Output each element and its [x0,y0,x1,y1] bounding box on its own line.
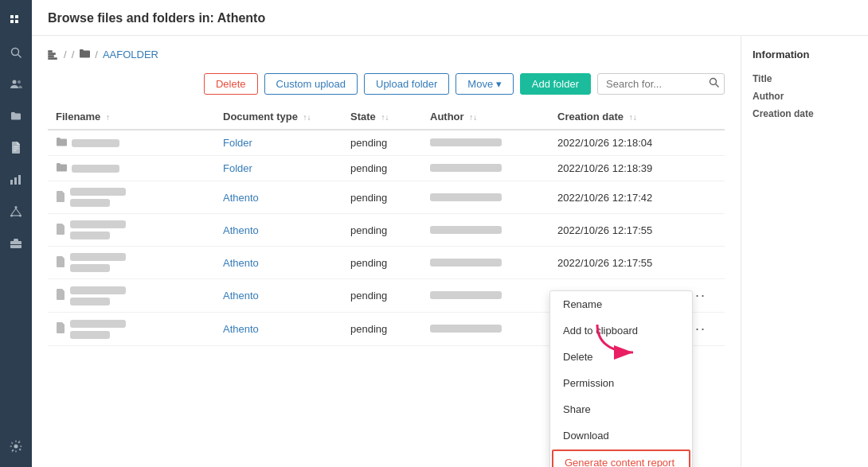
context-menu-item-download[interactable]: Download [550,422,692,449]
svg-point-14 [15,206,18,208]
sidebar-icon-settings[interactable] [2,432,30,461]
col-doctype[interactable]: Document type ↑↓ [215,104,342,130]
author-cell [422,214,549,247]
state-cell: pending [342,130,422,156]
folder-icon [56,162,67,174]
sidebar-icon-doc[interactable] [2,134,30,162]
filename-cell [48,279,215,313]
actions-cell [677,130,725,156]
doctype-cell[interactable]: Athento [215,181,342,214]
breadcrumb-root[interactable]: / [64,49,67,60]
svg-line-28 [716,84,719,88]
context-menu-item-rename[interactable]: Rename [550,291,692,317]
col-author[interactable]: Author ↑↓ [422,104,549,130]
list-icon [48,49,59,60]
col-actions [677,104,725,130]
actions-cell [677,181,725,214]
info-field-created: Creation date [753,108,857,119]
author-placeholder [430,259,502,267]
author-placeholder [430,325,502,333]
context-menu-item-generate_report[interactable]: Generate content report [552,449,690,467]
svg-rect-3 [15,20,18,23]
created-cell: 2022/10/26 12:17:55 [549,214,677,247]
info-label-author: Author [753,91,857,102]
doctype-link[interactable]: Athento [223,323,259,335]
breadcrumb-current[interactable]: AAFOLDER [103,49,158,60]
svg-point-6 [13,80,17,84]
sidebar-icon-briefcase[interactable] [2,229,30,258]
upload-folder-button[interactable]: Upload folder [364,73,449,95]
actions-cell [677,247,725,279]
svg-rect-2 [10,20,14,23]
sidebar-icon-folder[interactable] [2,102,30,130]
filename-placeholder [70,199,110,207]
col-state[interactable]: State ↑↓ [342,104,422,130]
search-input[interactable] [597,73,725,95]
doctype-cell[interactable]: Folder [215,156,342,181]
info-label-created: Creation date [753,108,857,119]
svg-line-5 [18,54,21,57]
col-created[interactable]: Creation date ↑↓ [549,104,677,130]
created-cell: 2022/10/26 12:18:04 [549,130,677,156]
created-cell: 2022/10/26 12:17:42 [549,181,677,214]
doctype-link[interactable]: Folder [223,162,252,174]
custom-upload-button[interactable]: Custom upload [264,73,358,95]
context-menu: RenameAdd to clipboardDeletePermissionSh… [549,290,693,467]
doctype-link[interactable]: Athento [223,192,259,204]
move-button[interactable]: Move ▾ [456,73,513,95]
svg-rect-10 [14,150,17,151]
add-folder-button[interactable]: Add folder [520,73,591,95]
info-label-title: Title [753,73,857,84]
svg-rect-8 [14,146,19,147]
doctype-link[interactable]: Folder [223,137,252,149]
filename-placeholder [70,220,126,228]
author-cell [422,181,549,214]
author-placeholder [430,193,502,201]
filename-placeholder [70,320,126,328]
doctype-link[interactable]: Athento [223,257,259,269]
svg-rect-12 [14,177,17,185]
svg-rect-25 [49,56,53,56]
context-menu-item-share[interactable]: Share [550,396,692,422]
actions-cell [677,214,725,247]
search-box [597,73,725,95]
doctype-cell[interactable]: Athento [215,279,342,313]
state-cell: pending [342,181,422,214]
filename-placeholder [72,165,119,173]
svg-rect-23 [49,51,52,52]
svg-point-7 [18,80,21,84]
doctype-cell[interactable]: Athento [215,214,342,247]
doctype-link[interactable]: Athento [223,224,259,236]
page-header: Browse files and folders in: Athento [32,0,868,36]
doctype-cell[interactable]: Athento [215,313,342,346]
info-panel: Information Title Author Creation date [741,36,868,467]
author-placeholder [430,291,502,299]
author-cell [422,130,549,156]
file-icon [56,256,65,270]
svg-line-17 [12,208,17,215]
sidebar-icon-users[interactable] [2,70,30,99]
filename-cell [48,214,215,247]
state-cell: pending [342,313,422,346]
sidebar-icon-chart[interactable] [2,165,30,194]
table-row: Athentopending2022/10/26 12:17:42 [48,181,725,214]
table-row: Folderpending2022/10/26 12:18:04 [48,130,725,156]
context-menu-item-permission[interactable]: Permission [550,370,692,396]
svg-rect-24 [49,53,55,54]
sidebar-icon-network[interactable] [2,197,30,226]
search-submit-button[interactable] [709,77,720,91]
svg-point-4 [11,48,18,55]
sidebar-icon-home[interactable] [2,6,30,35]
sidebar [0,0,32,467]
filename-cell [48,156,215,181]
delete-button[interactable]: Delete [204,73,258,95]
sidebar-icon-search[interactable] [2,38,30,67]
doctype-cell[interactable]: Athento [215,247,342,279]
col-filename[interactable]: Filename ↑ [48,104,215,130]
page-title: Browse files and folders in: Athento [48,11,852,25]
doctype-cell[interactable]: Folder [215,130,342,156]
svg-rect-11 [10,180,13,185]
filename-placeholder [70,331,110,339]
svg-rect-1 [15,15,18,18]
doctype-link[interactable]: Athento [223,290,259,302]
